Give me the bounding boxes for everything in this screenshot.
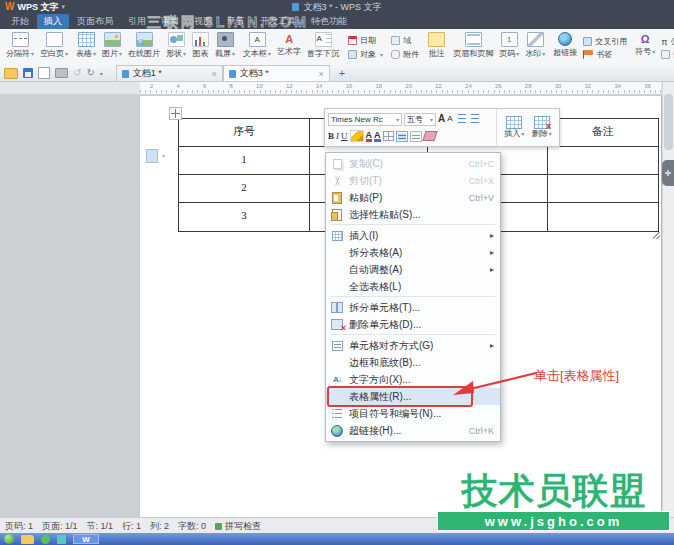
italic-button[interactable]: I xyxy=(336,130,339,142)
menu-item-autofit[interactable]: 自动调整(A)▸ xyxy=(326,261,500,278)
grow-font-button[interactable]: A xyxy=(438,113,445,125)
doc-tab-3[interactable]: 文档3 * × xyxy=(223,65,330,81)
font-name-dropdown[interactable]: Times New Rc▾ xyxy=(328,113,402,126)
horizontal-ruler[interactable]: 24681012141618202224262830323436 xyxy=(0,82,662,95)
table-cell[interactable] xyxy=(548,203,658,231)
customize-toolbar-chevron-icon[interactable]: ▾ xyxy=(100,70,103,77)
numbered-list-button[interactable] xyxy=(468,114,479,124)
align-center-button[interactable] xyxy=(396,131,408,142)
bold-button[interactable]: B xyxy=(328,130,334,142)
app-menu-button[interactable]: W WPS 文字 ▾ xyxy=(0,1,65,14)
taskbar-wps-button[interactable]: W xyxy=(73,534,99,544)
margin-doc-icon[interactable] xyxy=(146,149,158,163)
page-number-button[interactable]: 页码 xyxy=(496,30,522,65)
tab-special-features[interactable]: 特色功能 xyxy=(304,14,354,29)
menu-item-copy[interactable]: 复制(C)Ctrl+C xyxy=(326,155,500,172)
vertical-scrollbar[interactable] xyxy=(662,82,674,517)
doc-tab-1[interactable]: 文档1 * × xyxy=(116,65,223,81)
menu-item-table-properties[interactable]: 表格属性(R)... xyxy=(326,388,500,405)
menu-item-text-direction[interactable]: 文字方向(X)... xyxy=(326,371,500,388)
font-size-dropdown[interactable]: 五号▾ xyxy=(404,113,436,126)
close-tab-icon[interactable]: × xyxy=(212,69,217,79)
table-cell[interactable]: 3 xyxy=(179,203,310,231)
table-cell[interactable] xyxy=(548,175,658,203)
redo-icon[interactable]: ↻ xyxy=(86,68,94,78)
tab-page-layout[interactable]: 页面布局 xyxy=(70,14,120,29)
menu-item-hyperlink[interactable]: 超链接(H)...Ctrl+K xyxy=(326,422,500,439)
taskbar-folder-icon[interactable] xyxy=(21,535,34,544)
insert-picture-button[interactable]: 图片 xyxy=(99,30,125,65)
table-insert-button[interactable]: 插入 xyxy=(504,116,524,139)
menu-item-insert[interactable]: 插入(I)▸ xyxy=(326,227,500,244)
print-icon[interactable] xyxy=(55,68,68,78)
field-button[interactable]: 域 xyxy=(391,34,419,48)
taskbar-app-icon[interactable] xyxy=(57,535,66,544)
page-break-button[interactable]: 分隔符 xyxy=(3,30,37,65)
new-tab-button[interactable]: + xyxy=(330,65,354,81)
date-button[interactable]: 日期 xyxy=(348,34,383,48)
menu-item-bullets-numbering[interactable]: 项目符号和编号(N)... xyxy=(326,405,500,422)
underline-button[interactable]: U xyxy=(341,130,348,142)
shrink-font-button[interactable]: A xyxy=(447,113,452,125)
highlight-color-button[interactable] xyxy=(350,130,364,142)
character-shading-button[interactable]: A xyxy=(374,131,381,142)
menu-item-cell-alignment[interactable]: 单元格对齐方式(G)▸ xyxy=(326,337,500,354)
bullet-list-button[interactable] xyxy=(455,114,466,124)
table-cell[interactable]: 1 xyxy=(179,147,310,175)
tab-insert[interactable]: 插入 xyxy=(37,14,69,29)
blank-page-button[interactable]: 空白页 xyxy=(37,30,71,65)
object-button[interactable]: 对象 xyxy=(348,48,383,62)
scrollbar-thumb[interactable] xyxy=(664,94,673,150)
font-color-button[interactable]: A xyxy=(366,131,373,142)
borders-button[interactable] xyxy=(383,131,394,141)
scrollbar-grip[interactable]: ✚ xyxy=(662,160,674,186)
word-art-button[interactable]: 艺术字 xyxy=(274,30,304,65)
screenshot-button[interactable]: 截屏 xyxy=(212,30,238,65)
chart-button[interactable]: 图表 xyxy=(189,30,212,65)
table-resize-handle[interactable] xyxy=(653,232,660,239)
tab-references[interactable]: 引用 xyxy=(121,14,153,29)
symbol-button[interactable]: 符号 xyxy=(632,30,658,65)
spell-check-button[interactable]: 拼写检查 xyxy=(215,520,261,533)
hyperlink-button[interactable]: 超链接 xyxy=(550,30,580,65)
table-delete-button[interactable]: 删除 xyxy=(532,116,552,139)
menu-item-borders-shading[interactable]: 边框和底纹(B)... xyxy=(326,354,500,371)
menu-item-cut[interactable]: 剪切(T)Ctrl+X xyxy=(326,172,500,189)
insert-table-button[interactable]: 表格 xyxy=(73,30,99,65)
start-button-icon[interactable] xyxy=(4,534,14,544)
online-picture-button[interactable]: 在线图片 xyxy=(125,30,163,65)
number-button[interactable]: 数字 xyxy=(661,49,674,60)
table-cell[interactable] xyxy=(548,147,658,175)
cross-reference-button[interactable]: 交叉引用 xyxy=(583,36,627,47)
format-eraser-button[interactable] xyxy=(422,131,437,141)
shapes-button[interactable]: 形状 xyxy=(163,30,189,65)
table-cell[interactable]: 2 xyxy=(179,175,310,203)
taskbar-messenger-icon[interactable] xyxy=(41,535,50,544)
attachment-button[interactable]: 附件 xyxy=(391,48,419,62)
formula-button[interactable]: π公式 xyxy=(661,36,674,47)
export-icon[interactable] xyxy=(38,67,50,79)
menu-item-delete-cells[interactable]: 删除单元格(D)... xyxy=(326,316,500,333)
header-footer-button[interactable]: 页眉和页脚 xyxy=(450,30,496,65)
drop-cap-button[interactable]: 首字下沉 xyxy=(304,30,342,65)
menu-item-split-table[interactable]: 拆分表格(A)▸ xyxy=(326,244,500,261)
text-box-button[interactable]: 文本框 xyxy=(240,30,274,65)
menu-item-paste-special[interactable]: 选择性粘贴(S)... xyxy=(326,206,500,223)
open-folder-icon[interactable] xyxy=(4,68,18,79)
close-tab-icon[interactable]: × xyxy=(319,69,324,79)
table-header-cell[interactable]: 备注 xyxy=(548,119,658,147)
tab-home[interactable]: 开始 xyxy=(4,14,36,29)
save-icon[interactable] xyxy=(23,68,33,78)
tab-review[interactable]: 审阅 xyxy=(154,14,186,29)
tab-view[interactable]: 视图 xyxy=(187,14,219,29)
distribute-button[interactable] xyxy=(410,131,422,142)
watermark-button[interactable]: 水印 xyxy=(522,30,548,65)
tab-dev-tools[interactable]: 开发工具 xyxy=(253,14,303,29)
menu-item-split-cells[interactable]: 拆分单元格(T)... xyxy=(326,299,500,316)
menu-item-paste[interactable]: 粘贴(P)Ctrl+V xyxy=(326,189,500,206)
table-move-handle[interactable] xyxy=(169,107,182,120)
table-header-cell[interactable]: 序号 xyxy=(179,119,310,147)
bookmark-button[interactable]: 书签 xyxy=(583,49,627,60)
tab-section[interactable]: 章节 xyxy=(220,14,252,29)
comment-button[interactable]: 批注 xyxy=(425,30,448,65)
